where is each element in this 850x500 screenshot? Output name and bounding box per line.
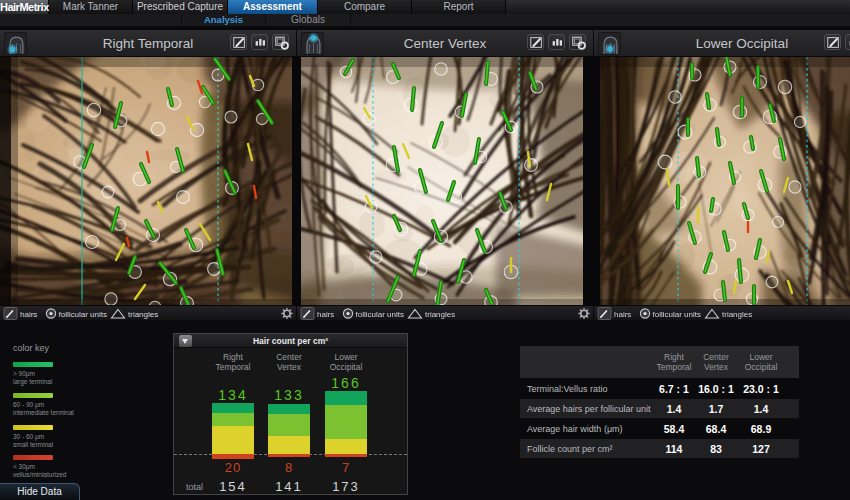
svg-text:follicular units: follicular units bbox=[59, 310, 107, 319]
svg-text:hairs: hairs bbox=[614, 310, 631, 319]
svg-text:triangles: triangles bbox=[425, 310, 455, 319]
svg-text:triangles: triangles bbox=[128, 310, 158, 319]
svg-text:hairs: hairs bbox=[317, 310, 334, 319]
svg-text:triangles: triangles bbox=[722, 310, 752, 319]
svg-text:hairs: hairs bbox=[20, 310, 37, 319]
svg-text:follicular units: follicular units bbox=[356, 310, 404, 319]
svg-text:follicular units: follicular units bbox=[653, 310, 701, 319]
